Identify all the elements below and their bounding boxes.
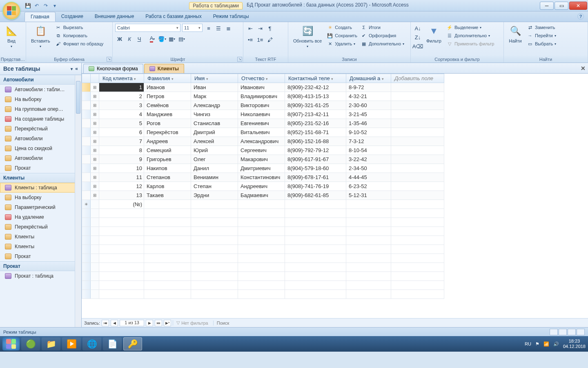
cell[interactable]: 3-21-45 <box>346 110 391 119</box>
cell[interactable] <box>391 191 444 200</box>
cell[interactable]: Манджиев <box>144 110 191 119</box>
cell[interactable] <box>191 200 238 209</box>
nav-item[interactable]: Клиенты : таблица <box>0 183 81 193</box>
cell[interactable]: 13 <box>99 191 144 200</box>
nav-item[interactable]: Прокат <box>0 163 81 173</box>
cell[interactable] <box>144 200 191 209</box>
expand-row[interactable]: ⊞ <box>91 92 99 101</box>
ribbon-tab[interactable]: Создание <box>56 12 89 22</box>
cell[interactable]: Евгениевич <box>238 119 285 128</box>
cell[interactable]: Александрович <box>238 137 285 146</box>
cell[interactable]: 12 <box>99 182 144 191</box>
tray-flag-icon[interactable]: ⚑ <box>535 341 539 347</box>
nav-item[interactable]: Клиенты <box>0 242 81 251</box>
ribbon-tab[interactable]: Внешние данные <box>89 12 140 22</box>
expand-row[interactable]: ⊞ <box>91 164 99 173</box>
taskbar-explorer[interactable]: 📁 <box>42 337 60 350</box>
cell[interactable]: 9-10-52 <box>346 128 391 137</box>
cell[interactable]: 4-32-21 <box>346 92 391 101</box>
font-name-combo[interactable]: Calibri▾ <box>115 24 180 32</box>
expand-row[interactable]: ⊞ <box>91 128 99 137</box>
cell[interactable]: Бадмаевич <box>238 191 285 200</box>
cell[interactable]: Андреев <box>144 137 191 146</box>
cell[interactable]: Дмитриевич <box>238 164 285 173</box>
ribbon-tab[interactable]: Режим таблицы <box>207 12 255 22</box>
table-row[interactable]: ⊞2ПетровМаркВладимирович8(908)-413-15-13… <box>82 92 444 101</box>
nav-item[interactable]: Автомобили <box>0 134 81 144</box>
table-row[interactable]: ⊞5РоговСтаниславЕвгениевич8(905)-231-52-… <box>82 119 444 128</box>
cell[interactable] <box>391 164 444 173</box>
nav-item[interactable]: Параметрический <box>0 202 81 212</box>
new-record-nav-button[interactable]: ▶* <box>164 320 171 326</box>
cell[interactable]: 8(908)-741-76-19 <box>285 182 346 191</box>
row-selector[interactable] <box>82 164 91 173</box>
cell[interactable]: 8(909)-617-91-67 <box>285 155 346 164</box>
cell[interactable]: 8-10-54 <box>346 146 391 155</box>
ribbon-tab[interactable]: Работа с базами данных <box>140 12 207 22</box>
cell[interactable] <box>391 83 444 92</box>
nav-item[interactable]: На создание таблицы <box>0 114 81 124</box>
row-selector[interactable] <box>82 146 91 155</box>
cell[interactable]: Накипов <box>144 164 191 173</box>
design-view-button[interactable] <box>577 329 585 335</box>
cell[interactable] <box>391 119 444 128</box>
cell[interactable]: Марк <box>191 92 238 101</box>
ltr-button[interactable]: ¶ <box>265 24 274 33</box>
cell[interactable]: 6-23-52 <box>346 182 391 191</box>
cell[interactable] <box>238 200 285 209</box>
column-header[interactable]: Код клиента ▾ <box>99 74 144 83</box>
nav-dropdown-icon[interactable]: ▾ <box>71 67 73 71</box>
cell[interactable]: 2-34-50 <box>346 164 391 173</box>
cell[interactable] <box>285 200 346 209</box>
cell[interactable]: Иванов <box>144 83 191 92</box>
taskbar-chrome[interactable]: 🌐 <box>82 337 101 350</box>
table-row[interactable]: ⊞12КарловСтепанАндреевич8(908)-741-76-19… <box>82 182 444 191</box>
pivotchart-view-button[interactable] <box>568 329 576 335</box>
document-tab[interactable]: Клиенты <box>144 64 184 73</box>
expand-row[interactable]: ⊞ <box>91 191 99 200</box>
cell[interactable]: 4-44-45 <box>346 173 391 182</box>
spelling-button[interactable]: ✔Орфография <box>360 32 405 39</box>
cell[interactable]: Карлов <box>144 182 191 191</box>
cell[interactable] <box>391 101 444 110</box>
table-row[interactable]: ⊞13ТакаевЭрдниБадмаевич8(909)-682-61-855… <box>82 191 444 200</box>
refresh-all-button[interactable]: 🔄Обновить все▾ <box>291 24 324 49</box>
new-record-button[interactable]: ✳Создать <box>326 24 358 31</box>
save-record-button[interactable]: 💾Сохранить <box>326 32 358 39</box>
datasheet[interactable]: Код клиента ▾Фамилия ▾Имя ▾Отчество ▾Кон… <box>82 74 588 318</box>
nav-group-header[interactable]: Автомобили⌃ <box>0 75 81 85</box>
cell[interactable]: 7-3-12 <box>346 137 391 146</box>
cell[interactable]: Степанов <box>144 173 191 182</box>
cell[interactable]: 5 <box>99 119 144 128</box>
row-selector[interactable] <box>82 119 91 128</box>
column-header[interactable]: Фамилия ▾ <box>144 74 191 83</box>
cell[interactable] <box>391 128 444 137</box>
column-header[interactable]: Имя ▾ <box>191 74 238 83</box>
advanced-filter-button[interactable]: ☰Дополнительно▾ <box>445 32 495 39</box>
nav-item[interactable]: Прокат : таблица <box>0 271 81 281</box>
delete-record-button[interactable]: ✕Удалить▾ <box>326 40 358 47</box>
cell[interactable]: Петров <box>144 92 191 101</box>
qat-save-icon[interactable]: 💾 <box>24 2 31 9</box>
nav-item[interactable]: Цена со скидкой <box>0 144 81 153</box>
ribbon-tab[interactable]: Главная <box>24 12 56 22</box>
office-button[interactable] <box>2 2 20 20</box>
expand-row[interactable]: ⊞ <box>91 146 99 155</box>
cell[interactable]: 8(908)-413-15-13 <box>285 92 346 101</box>
align-left-button[interactable]: ≡ <box>204 24 213 33</box>
fill-color-button[interactable]: 🪣▾ <box>158 34 167 43</box>
cell[interactable]: 8(909)-678-17-61 <box>285 173 346 182</box>
table-row[interactable]: ⊞1ИвановИванИванович8(909)-232-42-128-9-… <box>82 83 444 92</box>
cell[interactable]: 8(906)-152-16-88 <box>285 137 346 146</box>
expand-row[interactable]: ⊞ <box>91 83 99 92</box>
cell[interactable] <box>391 137 444 146</box>
help-icon[interactable]: ? <box>577 13 584 20</box>
cell[interactable]: 2-30-60 <box>346 101 391 110</box>
cell[interactable]: 8-9-72 <box>346 83 391 92</box>
cell[interactable]: Станислав <box>191 119 238 128</box>
taskbar-access[interactable]: 🔑 <box>123 337 142 350</box>
nav-group-header[interactable]: Прокат⌃ <box>0 261 81 271</box>
italic-button[interactable]: К <box>125 34 134 43</box>
nav-item[interactable]: Автомобили <box>0 153 81 163</box>
cell[interactable]: 8 <box>99 146 144 155</box>
